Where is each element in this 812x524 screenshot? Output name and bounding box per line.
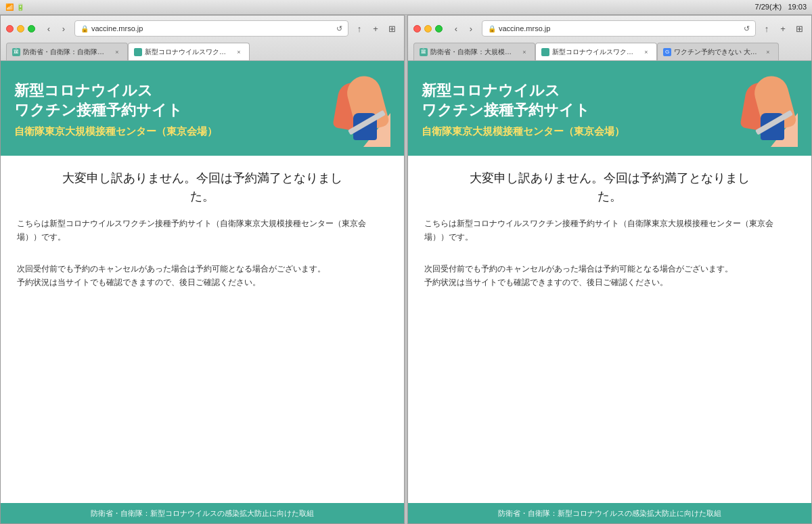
right-tab-2-close[interactable]: × xyxy=(641,47,651,57)
left-lock-icon: 🔒 xyxy=(81,25,89,32)
right-address-bar[interactable]: 🔒 vaccine.mrso.jp ↺ xyxy=(482,20,756,37)
right-site-subtitle: 自衛隊東京大規模接種センター（東京会場） xyxy=(422,125,719,138)
left-browser-tabs: 🏛 防衛省・自衛隊：自衛隊東京大規模接種センターの予約・受付案内 × 新型コロナ… xyxy=(1,41,404,60)
left-tab-1-favicon: 🏛 xyxy=(12,48,20,56)
right-sidebar-button[interactable]: ⊞ xyxy=(792,22,806,35)
left-tab-2-close[interactable]: × xyxy=(234,47,244,57)
left-browser-actions: ↑ + ⊞ xyxy=(353,22,399,35)
right-url-text: vaccine.mrso.jp xyxy=(499,24,550,32)
left-browser-content: 新型コロナウイルスワクチン接種予約サイト 自衛隊東京大規模接種センター（東京会場… xyxy=(1,61,404,503)
left-tab-1[interactable]: 🏛 防衛省・自衛隊：自衛隊東京大規模接種センターの予約・受付案内 × xyxy=(6,43,128,60)
right-minimize-button[interactable] xyxy=(424,25,432,32)
right-nav-buttons: ‹ › xyxy=(449,22,478,35)
left-back-button[interactable]: ‹ xyxy=(42,22,55,35)
left-sidebar-button[interactable]: ⊞ xyxy=(385,22,399,35)
left-header-illustration xyxy=(323,72,390,147)
right-browser-window: ‹ › 🔒 vaccine.mrso.jp ↺ ↑ + ⊞ 🏛 防衛省・自衛隊： xyxy=(407,15,812,524)
right-site-header-text: 新型コロナウイルスワクチン接種予約サイト 自衛隊東京大規模接種センター（東京会場… xyxy=(422,81,719,138)
right-browser-content: 新型コロナウイルスワクチン接種予約サイト 自衛隊東京大規模接種センター（東京会場… xyxy=(408,61,811,503)
right-maximize-button[interactable] xyxy=(435,25,443,32)
os-status-icons: 📶 🔋 xyxy=(5,3,24,11)
right-reload-button[interactable]: ↺ xyxy=(744,24,750,33)
left-tab-2-favicon xyxy=(134,48,142,56)
left-desc2: 次回受付前でも予約のキャンセルがあった場合は予約可能となる場合がございます。予約… xyxy=(17,262,388,290)
right-lock-icon: 🔒 xyxy=(488,25,496,32)
right-tab-3-label: ワクチン予約できない 大規模接種センター - Google... xyxy=(674,47,761,57)
right-tab-1-label: 防衛省・自衛隊：大規模接種センターの概要・予約サー... xyxy=(430,47,517,57)
left-browser-chrome: ‹ › 🔒 vaccine.mrso.jp ↺ ↑ + ⊞ 🏛 防衛省・自衛隊： xyxy=(1,16,404,61)
right-browser-actions: ↑ + ⊞ xyxy=(760,22,806,35)
right-site-title: 新型コロナウイルスワクチン接種予約サイト xyxy=(422,81,719,120)
right-tab-3-close[interactable]: × xyxy=(763,47,773,57)
left-site-header: 新型コロナウイルスワクチン接種予約サイト 自衛隊東京大規模接種センター（東京会場… xyxy=(1,61,404,156)
right-tab-1-favicon: 🏛 xyxy=(420,48,428,56)
left-tab-2[interactable]: 新型コロナウイルスワクチン接種予約サイト | 待合室 × xyxy=(128,43,250,60)
right-tab-2-label: 新型コロナウイルスワクチン接種予約サイト | 待合室 xyxy=(552,47,639,57)
right-tab-2-favicon xyxy=(541,48,549,56)
left-close-button[interactable] xyxy=(6,25,14,32)
right-desc2: 次回受付前でも予約のキャンセルがあった場合は予約可能となる場合がございます。予約… xyxy=(424,262,795,290)
left-maximize-button[interactable] xyxy=(28,25,35,32)
left-minimize-button[interactable] xyxy=(17,25,24,32)
right-site-body: 大変申し訳ありません。今回は予約満了となりました。 こちらは新型コロナウイルスワ… xyxy=(408,156,811,309)
right-site-footer: 防衛省・自衛隊：新型コロナウイルスの感染拡大防止に向けた取組 xyxy=(408,503,811,523)
left-browser-toolbar: ‹ › 🔒 vaccine.mrso.jp ↺ ↑ + ⊞ xyxy=(1,16,404,41)
right-close-button[interactable] xyxy=(413,25,421,32)
right-newtab-button[interactable]: + xyxy=(776,22,790,35)
left-desc1: こちらは新型コロナウイルスワクチン接種予約サイト（自衛隊東京大規模接種センター（… xyxy=(17,217,388,244)
right-tab-3[interactable]: G ワクチン予約できない 大規模接種センター - Google... × xyxy=(657,43,779,60)
right-browser-tabs: 🏛 防衛省・自衛隊：大規模接種センターの概要・予約サー... × 新型コロナウイ… xyxy=(408,41,811,60)
left-address-bar[interactable]: 🔒 vaccine.mrso.jp ↺ xyxy=(74,20,348,37)
os-titlebar: 📶 🔋 7/29(木) 19:03 xyxy=(0,0,812,15)
right-site-header: 新型コロナウイルスワクチン接種予約サイト 自衛隊東京大規模接種センター（東京会場… xyxy=(408,61,811,156)
right-forward-button[interactable]: › xyxy=(464,22,478,35)
left-forward-button[interactable]: › xyxy=(57,22,70,35)
right-traffic-lights xyxy=(413,25,443,32)
right-tab-2[interactable]: 新型コロナウイルスワクチン接種予約サイト | 待合室 × xyxy=(535,43,657,60)
left-site-subtitle: 自衛隊東京大規模接種センター（東京会場） xyxy=(14,125,312,138)
left-site-title: 新型コロナウイルスワクチン接種予約サイト xyxy=(14,81,312,120)
left-traffic-lights xyxy=(6,25,35,32)
left-share-button[interactable]: ↑ xyxy=(353,22,366,35)
right-back-button[interactable]: ‹ xyxy=(449,22,463,35)
right-header-illustration xyxy=(730,72,798,147)
left-tab-2-label: 新型コロナウイルスワクチン接種予約サイト | 待合室 xyxy=(145,47,231,57)
left-url-text: vaccine.mrso.jp xyxy=(91,24,143,32)
left-site-body: 大変申し訳ありません。今回は予約満了となりました。 こちらは新型コロナウイルスワ… xyxy=(1,156,404,309)
os-clock: 7/29(木) 19:03 xyxy=(755,2,807,12)
right-browser-chrome: ‹ › 🔒 vaccine.mrso.jp ↺ ↑ + ⊞ 🏛 防衛省・自衛隊： xyxy=(408,16,811,61)
right-tab-1-close[interactable]: × xyxy=(520,47,529,57)
left-site-header-text: 新型コロナウイルスワクチン接種予約サイト 自衛隊東京大規模接種センター（東京会場… xyxy=(14,81,312,138)
left-tab-1-close[interactable]: × xyxy=(112,47,122,57)
left-browser-window: ‹ › 🔒 vaccine.mrso.jp ↺ ↑ + ⊞ 🏛 防衛省・自衛隊： xyxy=(0,15,405,524)
right-tab-1[interactable]: 🏛 防衛省・自衛隊：大規模接種センターの概要・予約サー... × xyxy=(413,43,535,60)
right-tab-3-favicon: G xyxy=(663,48,671,56)
browsers-container: ‹ › 🔒 vaccine.mrso.jp ↺ ↑ + ⊞ 🏛 防衛省・自衛隊： xyxy=(0,15,812,524)
left-main-message: 大変申し訳ありません。今回は予約満了となりました。 xyxy=(17,169,388,206)
right-browser-toolbar: ‹ › 🔒 vaccine.mrso.jp ↺ ↑ + ⊞ xyxy=(408,16,811,41)
right-desc1: こちらは新型コロナウイルスワクチン接種予約サイト（自衛隊東京大規模接種センター（… xyxy=(424,217,795,244)
right-main-message: 大変申し訳ありません。今回は予約満了となりました。 xyxy=(424,169,795,206)
right-share-button[interactable]: ↑ xyxy=(760,22,773,35)
left-nav-buttons: ‹ › xyxy=(42,22,70,35)
left-site-footer: 防衛省・自衛隊：新型コロナウイルスの感染拡大防止に向けた取組 xyxy=(1,503,404,523)
left-tab-1-label: 防衛省・自衛隊：自衛隊東京大規模接種センターの予約・受付案内 xyxy=(23,47,110,57)
left-newtab-button[interactable]: + xyxy=(369,22,382,35)
left-reload-button[interactable]: ↺ xyxy=(336,24,342,33)
